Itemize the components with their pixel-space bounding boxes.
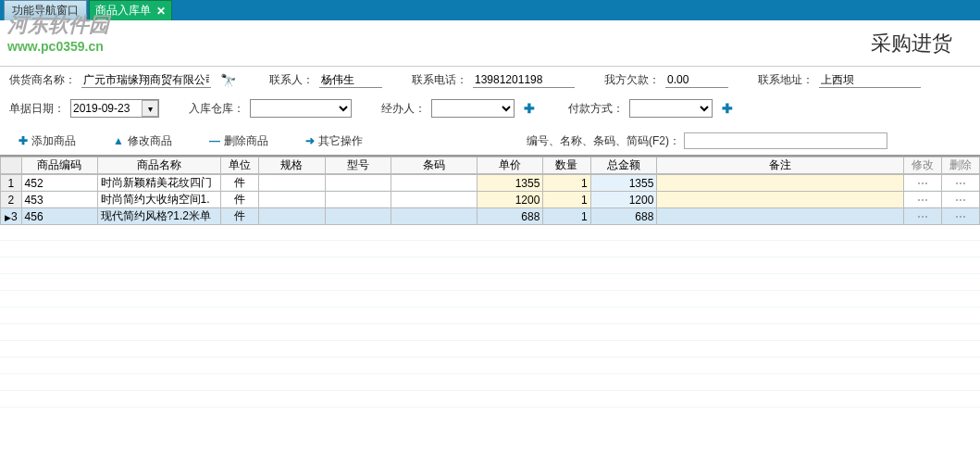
chevron-down-icon[interactable]: ▾: [142, 100, 158, 117]
page-header: 采购进货: [0, 20, 980, 67]
title-bar: 功能导航窗口 商品入库单 ✕: [0, 0, 980, 20]
addr-input[interactable]: [819, 72, 921, 88]
row-delete-button[interactable]: ⋯: [941, 192, 979, 208]
warehouse-select[interactable]: [250, 99, 352, 118]
minus-icon: —: [209, 134, 220, 147]
grid: 商品编码 商品名称 单位 规格 型号 条码 单价 数量 总金额 备注 修改 删除…: [0, 156, 980, 434]
tab-nav-window[interactable]: 功能导航窗口: [4, 0, 87, 20]
page-title: 采购进货: [871, 30, 952, 57]
tab-inbound-order[interactable]: 商品入库单 ✕: [89, 0, 172, 20]
add-handler-icon[interactable]: ✚: [520, 101, 539, 116]
plus-icon: ✚: [19, 134, 28, 147]
other-ops-button[interactable]: ➜其它操作: [305, 133, 363, 149]
date-label: 单据日期：: [9, 101, 65, 117]
supplier-input[interactable]: [81, 72, 211, 88]
toolbar: ✚添加商品 ▲修改商品 —删除商品 ➜其它操作 编号、名称、条码、简码(F2)：: [0, 127, 980, 156]
phone-label: 联系电话：: [412, 72, 467, 88]
add-pay-icon[interactable]: ✚: [718, 101, 737, 116]
debt-label: 我方欠款：: [604, 72, 660, 88]
handler-label: 经办人：: [381, 101, 426, 117]
edit-product-button[interactable]: ▲修改商品: [113, 133, 172, 149]
edit-icon: ▲: [113, 134, 124, 147]
table-header: 商品编码 商品名称 单位 规格 型号 条码 单价 数量 总金额 备注 修改 删除: [1, 157, 980, 174]
pay-label: 付款方式：: [568, 101, 624, 117]
pay-select[interactable]: [629, 99, 713, 118]
table-row[interactable]: ▶3456现代简约风格?1.2米单件6881688⋯⋯: [1, 208, 980, 225]
contact-label: 联系人：: [269, 72, 314, 88]
delete-product-button[interactable]: —删除商品: [209, 133, 268, 149]
table-row[interactable]: 2453时尚简约大收纳空间1.件120011200⋯⋯: [1, 192, 980, 208]
date-input[interactable]: [71, 102, 142, 115]
handler-select[interactable]: [431, 99, 515, 118]
search-label: 编号、名称、条码、简码(F2)：: [527, 133, 680, 149]
close-icon[interactable]: ✕: [156, 5, 166, 18]
warehouse-label: 入库仓库：: [189, 101, 244, 117]
supplier-row: 供货商名称： 🔭 联系人： 联系电话： 我方欠款： 联系地址：: [0, 67, 980, 94]
row-edit-button[interactable]: ⋯: [903, 208, 941, 225]
search-input[interactable]: [684, 132, 887, 149]
row-delete-button[interactable]: ⋯: [941, 175, 979, 192]
date-row: 单据日期： ▾ 入库仓库： 经办人： ✚ 付款方式： ✚: [0, 94, 980, 123]
contact-input[interactable]: [319, 72, 382, 88]
add-product-button[interactable]: ✚添加商品: [19, 133, 76, 149]
binoculars-icon[interactable]: 🔭: [217, 73, 240, 88]
supplier-label: 供货商名称：: [9, 72, 76, 88]
table-row[interactable]: 1452时尚新颖精美花纹四门件135511355⋯⋯: [1, 175, 980, 192]
row-edit-button[interactable]: ⋯: [903, 175, 941, 192]
table-body-scroll[interactable]: 1452时尚新颖精美花纹四门件135511355⋯⋯2453时尚简约大收纳空间1…: [0, 174, 980, 419]
row-edit-button[interactable]: ⋯: [903, 192, 941, 208]
arrow-down-icon: ➜: [305, 134, 315, 147]
debt-input[interactable]: [665, 72, 728, 88]
row-delete-button[interactable]: ⋯: [941, 208, 979, 225]
phone-input[interactable]: [473, 72, 575, 88]
horizontal-scrollbar[interactable]: [0, 419, 980, 434]
addr-label: 联系地址：: [758, 72, 813, 88]
date-picker[interactable]: ▾: [70, 99, 159, 118]
